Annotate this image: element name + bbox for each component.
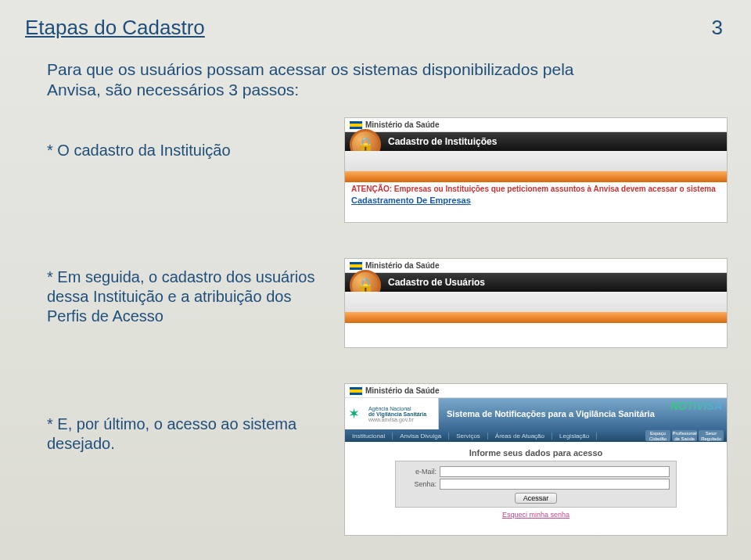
page-number: 3 [712, 16, 723, 40]
ministry-label: Ministério da Saúde [365, 120, 439, 129]
tab-institucional[interactable]: Institucional [345, 433, 393, 440]
icon-espaco-cidadao[interactable]: Espaço Cidadão [645, 430, 670, 441]
brazil-flag-icon [350, 387, 362, 395]
screenshot-cadastro-usuarios: Ministério da Saúde 🔒 Cadastro de Usuári… [344, 258, 728, 348]
panel-body-gradient [345, 151, 727, 182]
panel-header-text: Cadastro de Usuários [388, 277, 485, 288]
anvisa-header-row: ✶ Agência Nacional de Vigilância Sanitár… [345, 398, 727, 429]
step-1-text: * O cadastro da Instituição [47, 141, 329, 160]
slide-title: Etapas do Cadastro [25, 16, 205, 40]
system-title: Sistema de Notificações para a Vigilânci… [447, 409, 655, 418]
ministry-bar: Ministério da Saúde [345, 384, 727, 398]
step-2-text: * Em seguida, o cadastro dos usuários de… [47, 267, 329, 326]
acessar-button[interactable]: Acessar [515, 493, 558, 504]
tab-areas-atuacao[interactable]: Áreas de Atuação [488, 433, 552, 440]
anvisa-logo: ✶ Agência Nacional de Vigilância Sanitár… [345, 398, 439, 429]
icon-setor-regulado[interactable]: Setor Regulado [699, 430, 724, 441]
step-3-text: * E, por último, o acesso ao sistema des… [47, 415, 329, 454]
notivisa-brand-logo: NOTIVISA [670, 400, 722, 412]
panel-body-gradient [345, 292, 727, 323]
ministry-bar: Ministério da Saúde [345, 259, 727, 273]
ministry-label: Ministério da Saúde [365, 261, 439, 270]
intro-text: Para que os usuários possam acessar os s… [47, 59, 626, 101]
ministry-label: Ministério da Saúde [365, 386, 439, 395]
panel-header-text: Cadastro de Instituições [388, 136, 497, 147]
attention-text: ATENÇÃO: Empresas ou Instituições que pe… [345, 182, 727, 196]
screenshot-cadastro-instituicoes: Ministério da Saúde 🔒 Cadastro de Instit… [344, 117, 728, 223]
panel-header: 🔒 Cadastro de Usuários [345, 273, 727, 292]
agency-line2: de Vigilância Sanitária [368, 411, 426, 417]
agency-url: www.anvisa.gov.br [368, 417, 426, 422]
brazil-flag-icon [350, 262, 362, 270]
ministry-bar: Ministério da Saúde [345, 118, 727, 132]
tab-anvisa-divulga[interactable]: Anvisa Divulga [393, 433, 449, 440]
login-form: e-Mail: Senha: Acessar [395, 461, 677, 508]
login-form-title: Informe seus dados para acesso [345, 442, 727, 461]
nav-tabs: Institucional Anvisa Divulga Serviços Ár… [345, 429, 727, 442]
email-label: e-Mail: [402, 468, 440, 476]
senha-label: Senha: [402, 480, 440, 488]
tab-legislacao[interactable]: Legislação [552, 433, 597, 440]
agency-line1: Agência Nacional [368, 406, 426, 411]
icon-profissional-saude[interactable]: Profissional de Saúde [672, 430, 697, 441]
cadastramento-empresas-link[interactable]: Cadastramento De Empresas [345, 196, 727, 208]
forgot-password-link[interactable]: Esqueci minha senha [502, 511, 570, 519]
email-field[interactable] [440, 466, 670, 477]
panel-header: 🔒 Cadastro de Instituições [345, 132, 727, 151]
tab-servicos[interactable]: Serviços [449, 433, 488, 440]
brazil-flag-icon [350, 121, 362, 129]
anvisa-star-icon: ✶ [348, 405, 365, 422]
system-title-bar: Sistema de Notificações para a Vigilânci… [439, 398, 727, 429]
senha-field[interactable] [440, 479, 670, 490]
screenshot-notivisa-login: Ministério da Saúde ✶ Agência Nacional d… [344, 383, 728, 536]
